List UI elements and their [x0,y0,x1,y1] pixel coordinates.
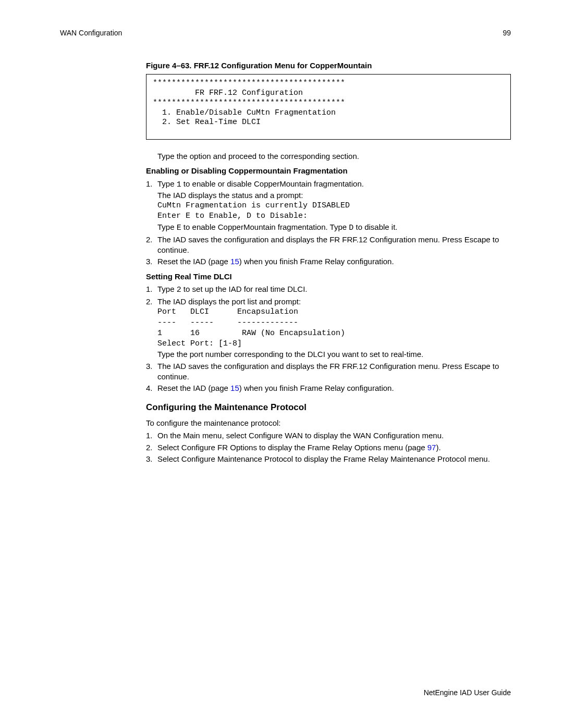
inline-code: E [177,224,181,232]
page: WAN Configuration 99 Figure 4–63. FRF.12… [0,0,563,728]
code-block: CuMtn Fragmentation is currently DISABLE… [157,201,511,222]
page-header: WAN Configuration 99 [60,29,511,37]
text: Type [157,223,177,231]
list-number: 3. [146,361,157,382]
header-left: WAN Configuration [60,29,122,37]
figure-box: ****************************************… [146,74,511,140]
list-body: The IAD displays the port list and promp… [157,297,511,360]
list-number: 4. [146,383,157,393]
list-dlci: 1. Type 2 to set up the IAD for real tim… [146,284,511,394]
inline-code: 2 [177,286,181,294]
text: The IAD displays the status and a prompt… [157,190,511,201]
list-number: 3. [146,256,157,267]
text: Reset the IAD (page [157,384,230,392]
text: Reset the IAD (page [157,257,230,266]
list-item: 2. Select Configure FR Options to displa… [146,442,511,453]
list-enable: 1. Type 1 to enable or disable CopperMou… [146,179,511,267]
list-item: 1. On the Main menu, select Configure WA… [146,430,511,441]
figure-caption: Figure 4–63. FRF.12 Configuration Menu f… [146,60,511,71]
text: Type E to enable CopperMountain fragment… [157,222,511,233]
text: to disable it. [353,223,397,231]
section-heading-maintenance: Configuring the Maintenance Protocol [146,402,511,414]
inline-code: D [349,224,353,232]
page-footer: NetEngine IAD User Guide [424,688,511,697]
list-body: The IAD saves the configuration and disp… [157,235,511,256]
content-area: Figure 4–63. FRF.12 Configuration Menu f… [146,60,511,464]
list-item: 4. Reset the IAD (page 15) when you fini… [146,383,511,393]
list-number: 1. [146,179,157,233]
text: ) when you finish Frame Relay configurat… [239,257,394,266]
text: ). [436,443,440,452]
section-heading-dlci: Setting Real Time DLCI [146,272,511,282]
list-number: 1. [146,430,157,441]
text: to enable or disable CopperMountain frag… [181,179,364,188]
section-heading-enable: Enabling or Disabling Coppermountain Fra… [146,166,511,176]
list-maintenance: 1. On the Main menu, select Configure WA… [146,430,511,464]
header-right: 99 [503,29,511,37]
text: Type [157,179,177,188]
list-number: 1. [146,284,157,295]
text: The IAD displays the port list and promp… [157,297,511,307]
list-item: 1. Type 1 to enable or disable CopperMou… [146,179,511,233]
list-body: Select Configure Maintenance Protocol to… [157,454,511,464]
text: ) when you finish Frame Relay configurat… [239,384,394,392]
text: Select Configure FR Options to display t… [157,443,427,452]
list-number: 2. [146,235,157,256]
list-body: Select Configure FR Options to display t… [157,442,511,453]
maintenance-intro: To configure the maintenance protocol: [146,418,511,428]
list-body: Reset the IAD (page 15) when you finish … [157,383,511,393]
list-body: The IAD saves the configuration and disp… [157,361,511,382]
list-body: Reset the IAD (page 15) when you finish … [157,256,511,267]
list-number: 3. [146,454,157,464]
list-number: 2. [146,442,157,453]
list-item: 3. The IAD saves the configuration and d… [146,361,511,382]
page-link[interactable]: 97 [427,443,436,452]
text: to set up the IAD for real time DLCI. [181,285,308,293]
list-item: 2. The IAD displays the port list and pr… [146,297,511,360]
code-block: Port DLCI Encapsulation ---- ----- -----… [157,307,511,349]
text: Type the port number corresponding to th… [157,349,511,360]
list-body: On the Main menu, select Configure WAN t… [157,430,511,441]
list-item: 3. Select Configure Maintenance Protocol… [146,454,511,464]
list-body: Type 1 to enable or disable CopperMounta… [157,179,511,233]
list-body: Type 2 to set up the IAD for real time D… [157,284,511,295]
page-link[interactable]: 15 [230,384,239,392]
list-item: 1. Type 2 to set up the IAD for real tim… [146,284,511,295]
list-item: 3. Reset the IAD (page 15) when you fini… [146,256,511,267]
list-item: 2. The IAD saves the configuration and d… [146,235,511,256]
list-number: 2. [146,297,157,360]
inline-code: 1 [177,180,181,189]
text: to enable CopperMountain fragmentation. … [181,223,349,231]
text: Type [157,285,177,293]
intro-paragraph: Type the option and proceed to the corre… [157,151,511,162]
page-link[interactable]: 15 [230,257,239,266]
